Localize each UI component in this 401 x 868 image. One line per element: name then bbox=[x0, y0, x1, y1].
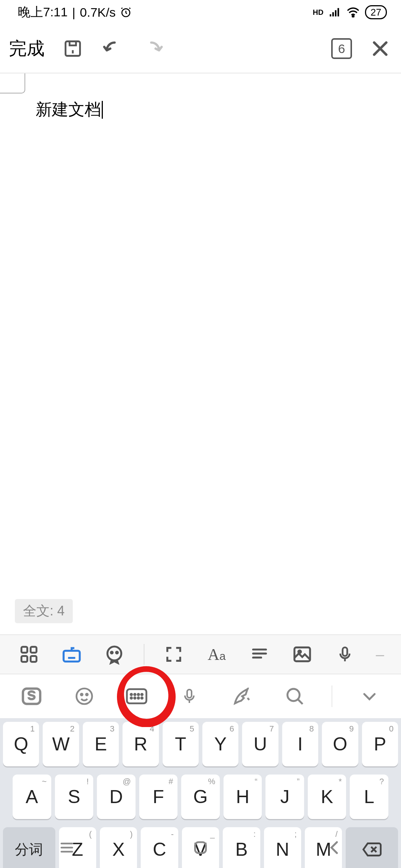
key-o[interactable]: 9O bbox=[322, 722, 358, 766]
key-u[interactable]: 7U bbox=[242, 722, 278, 766]
key-s[interactable]: !S bbox=[55, 775, 94, 819]
divider bbox=[332, 685, 332, 707]
svg-point-23 bbox=[138, 694, 139, 695]
key-h[interactable]: “H bbox=[224, 775, 262, 819]
app-toolbar: 完成 6 bbox=[0, 24, 401, 73]
status-bar: 晚上7:11 | 0.7K/s HD 27 bbox=[0, 0, 401, 24]
key-t[interactable]: 5T bbox=[163, 722, 199, 766]
svg-rect-6 bbox=[30, 656, 36, 662]
key-l[interactable]: ?L bbox=[350, 775, 388, 819]
key-y[interactable]: 6Y bbox=[202, 722, 238, 766]
signal-icon bbox=[329, 7, 341, 17]
key-q[interactable]: 1Q bbox=[3, 722, 39, 766]
svg-rect-32 bbox=[195, 842, 206, 853]
svg-point-10 bbox=[116, 652, 118, 654]
svg-point-9 bbox=[111, 652, 113, 654]
quill-icon[interactable] bbox=[226, 681, 258, 712]
svg-rect-3 bbox=[21, 647, 27, 653]
panel-icon[interactable] bbox=[16, 641, 42, 668]
emoji-icon[interactable] bbox=[69, 681, 100, 712]
system-nav-bar bbox=[0, 827, 401, 868]
done-button[interactable]: 完成 bbox=[9, 37, 45, 60]
document-canvas[interactable]: 新建文档 全文: 4 bbox=[0, 73, 401, 634]
more-icon[interactable]: – bbox=[374, 641, 385, 668]
svg-point-12 bbox=[298, 651, 301, 653]
svg-rect-7 bbox=[63, 651, 80, 661]
svg-point-30 bbox=[287, 689, 300, 701]
paragraph-icon[interactable] bbox=[246, 641, 273, 668]
voice-input-icon[interactable] bbox=[174, 681, 205, 712]
save-button[interactable] bbox=[61, 37, 85, 60]
svg-rect-5 bbox=[21, 656, 27, 662]
key-k[interactable]: *K bbox=[308, 775, 346, 819]
svg-point-21 bbox=[131, 694, 132, 695]
divider bbox=[144, 644, 144, 665]
font-icon[interactable]: Aa bbox=[203, 641, 230, 668]
ime-toolbar bbox=[0, 674, 401, 718]
svg-point-22 bbox=[134, 694, 136, 695]
collapse-keyboard-icon[interactable] bbox=[354, 681, 385, 712]
key-e[interactable]: 3E bbox=[83, 722, 119, 766]
hd-icon: HD bbox=[313, 8, 323, 17]
keyboard-icon[interactable] bbox=[58, 641, 85, 668]
svg-rect-4 bbox=[30, 647, 36, 653]
voice-icon[interactable] bbox=[332, 641, 358, 668]
wifi-icon bbox=[346, 7, 360, 17]
svg-point-1 bbox=[352, 16, 354, 17]
key-i[interactable]: 8I bbox=[282, 722, 318, 766]
status-net-speed: 0.7K/s bbox=[80, 5, 115, 20]
svg-rect-13 bbox=[343, 647, 348, 656]
document-text[interactable]: 新建文档 bbox=[36, 99, 103, 121]
home-button[interactable] bbox=[189, 836, 212, 859]
key-a[interactable]: ~A bbox=[13, 775, 51, 819]
key-w[interactable]: 2W bbox=[43, 722, 79, 766]
sogou-logo-icon[interactable] bbox=[16, 681, 47, 712]
ruler-stub bbox=[0, 73, 25, 93]
svg-point-27 bbox=[138, 697, 139, 699]
status-time: 晚上7:11 bbox=[18, 4, 68, 21]
svg-rect-2 bbox=[66, 42, 80, 56]
svg-point-17 bbox=[76, 688, 92, 704]
assistant-icon[interactable] bbox=[101, 641, 128, 668]
svg-point-25 bbox=[131, 697, 132, 699]
svg-rect-29 bbox=[187, 690, 192, 698]
close-button[interactable] bbox=[368, 37, 392, 60]
key-d[interactable]: @D bbox=[97, 775, 136, 819]
svg-point-24 bbox=[141, 694, 143, 695]
fullscreen-icon[interactable] bbox=[160, 641, 187, 668]
svg-point-26 bbox=[134, 697, 136, 699]
svg-point-28 bbox=[141, 697, 143, 699]
edit-toolbar: Aa – bbox=[0, 634, 401, 674]
word-count-badge[interactable]: 全文: 4 bbox=[15, 599, 73, 623]
svg-point-8 bbox=[107, 647, 121, 660]
keyboard-layout-icon[interactable] bbox=[121, 681, 152, 712]
recent-apps-button[interactable] bbox=[56, 836, 78, 859]
key-j[interactable]: ”J bbox=[265, 775, 304, 819]
redo-button[interactable] bbox=[141, 37, 165, 60]
status-sep: | bbox=[72, 5, 75, 20]
page-count-button[interactable]: 6 bbox=[331, 38, 352, 59]
key-g[interactable]: %G bbox=[181, 775, 220, 819]
key-f[interactable]: #F bbox=[139, 775, 178, 819]
text-caret bbox=[102, 101, 103, 119]
svg-point-18 bbox=[81, 694, 82, 696]
svg-rect-20 bbox=[127, 689, 146, 703]
key-r[interactable]: 4R bbox=[123, 722, 159, 766]
svg-point-19 bbox=[86, 694, 88, 696]
key-p[interactable]: 0P bbox=[362, 722, 398, 766]
back-button[interactable] bbox=[323, 836, 345, 859]
battery-indicator: 27 bbox=[365, 5, 387, 19]
search-icon[interactable] bbox=[279, 681, 310, 712]
alarm-icon bbox=[120, 6, 132, 18]
image-icon[interactable] bbox=[289, 641, 316, 668]
undo-button[interactable] bbox=[101, 37, 125, 60]
